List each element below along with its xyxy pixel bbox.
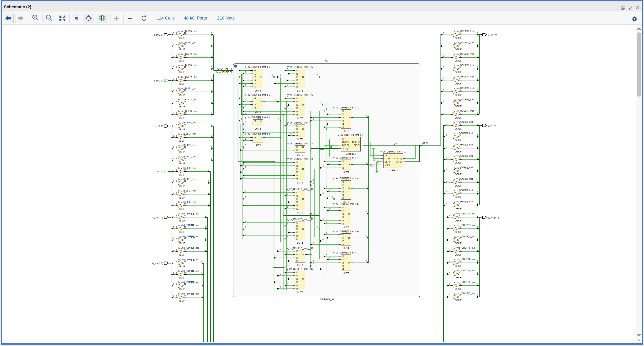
svg-text:I1: I1 [342,258,344,261]
svg-text:0: 0 [329,208,330,210]
svg-text:I5: I5 [296,113,298,116]
svg-text:2: 2 [173,192,174,194]
svg-text:S[3:0]: S[3:0] [342,147,348,150]
svg-text:1: 1 [446,134,447,136]
svg-text:I3: I3 [342,265,344,267]
svg-text:3: 3 [173,112,174,114]
svg-text:2: 2 [278,135,279,137]
svg-text:OBUF: OBUF [455,254,462,256]
svg-text:DI[3:0]: DI[3:0] [342,144,349,146]
svg-text:I3: I3 [342,119,344,122]
svg-text:multiplier_sv: multiplier_sv [320,298,334,301]
svg-text:3: 3 [280,74,281,76]
svg-text:b_v_IBUF[3]_inst: b_v_IBUF[3]_inst [178,201,196,203]
svg-text:CO[3:0]: CO[3:0] [352,141,360,143]
svg-text:I3: I3 [296,201,298,203]
svg-text:2: 2 [446,146,447,148]
svg-text:y_vhd_OBUF[5]_inst: y_vhd_OBUF[5]_inst [454,269,476,272]
svg-text:0: 0 [245,190,246,192]
svg-text:1: 1 [326,185,327,188]
svg-text:IBUF: IBUF [179,117,185,119]
svg-text:I: I [176,214,177,217]
svg-text:5: 5 [443,89,444,91]
svg-text:y_v[7:0]: y_v[7:0] [488,124,496,127]
svg-text:I1: I1 [342,184,344,186]
svg-text:a_vhd_IBUF[2]_inst: a_vhd_IBUF[2]_inst [178,235,199,238]
svg-text:1: 1 [287,123,288,125]
svg-text:6: 6 [446,191,447,193]
svg-text:0: 0 [280,286,281,288]
svg-text:I3: I3 [254,107,256,109]
svg-text:b_vhd[3:0]: b_vhd[3:0] [152,262,163,265]
svg-text:I4: I4 [342,194,344,196]
svg-text:2: 2 [287,252,288,254]
svg-text:CI: CI [384,154,387,157]
svg-text:2: 2 [241,135,242,137]
svg-text:y_vhd_OBUF[0]_inst: y_vhd_OBUF[0]_inst [454,212,476,215]
svg-text:3: 3 [205,249,206,251]
svg-text:OBUF: OBUF [455,71,462,74]
svg-text:I1: I1 [342,237,344,239]
svg-text:y_sv_OBUF[7]_inst_i_3: y_sv_OBUF[7]_inst_i_3 [333,156,359,159]
svg-text:y[7:0]: y[7:0] [422,142,428,144]
svg-text:O: O [302,104,304,106]
svg-text:I4: I4 [342,268,344,270]
svg-text:I: I [452,283,452,285]
svg-text:3: 3 [287,236,288,238]
svg-text:y_vhd_OBUF[1]_inst: y_vhd_OBUF[1]_inst [454,224,476,226]
svg-text:I0: I0 [296,97,298,100]
svg-text:IBUF: IBUF [179,128,185,131]
svg-text:3: 3 [173,249,174,251]
svg-text:IBUF: IBUF [179,105,185,108]
svg-text:I0: I0 [254,69,256,72]
svg-text:I: I [176,295,177,297]
svg-text:I: I [176,78,177,80]
svg-text:I1: I1 [342,163,344,166]
svg-text:3: 3 [208,203,209,205]
svg-text:I: I [176,260,177,263]
svg-text:y_v_OBUF[5]_inst: y_v_OBUF[5]_inst [454,178,473,180]
svg-text:0: 0 [245,126,246,129]
svg-text:y_vhd_OBUF[4]_inst: y_vhd_OBUF[4]_inst [454,258,476,260]
svg-text:I3: I3 [342,191,344,193]
svg-text:I2: I2 [342,240,344,242]
svg-text:2: 2 [245,173,246,175]
svg-text:2: 2 [208,192,209,194]
svg-text:y_sv_OBUF[4]_inst: y_sv_OBUF[4]_inst [454,75,474,78]
svg-text:0: 0 [366,260,367,262]
svg-text:CARRY4: CARRY4 [388,169,398,172]
svg-text:I0: I0 [342,233,344,236]
svg-text:LUT2: LUT2 [297,153,303,156]
svg-text:a_vhd[3:0]: a_vhd[3:0] [152,216,163,219]
svg-text:I1: I1 [296,253,298,256]
svg-text:I2: I2 [342,167,344,169]
svg-text:a_v[3:0]: a_v[3:0] [155,125,163,127]
svg-text:y_sv_OBUF[3]_inst_i_2: y_sv_OBUF[3]_inst_i_2 [245,66,270,68]
svg-text:O: O [348,116,350,119]
svg-text:I3: I3 [296,260,298,262]
svg-text:I3: I3 [342,243,344,246]
svg-text:1: 1 [173,43,174,46]
svg-text:1: 1 [477,226,478,228]
svg-text:3: 3 [272,74,273,76]
svg-text:I1: I1 [296,225,298,227]
svg-text:I2: I2 [342,116,344,119]
svg-text:I3: I3 [342,216,344,218]
svg-text:b_v_IBUF[0]_inst: b_v_IBUF[0]_inst [178,167,196,169]
svg-text:1: 1 [324,126,325,129]
svg-text:1: 1 [211,135,212,137]
svg-text:I4: I4 [254,82,256,85]
svg-text:I: I [176,157,177,160]
svg-text:y_vhd_OBUF[3]_inst: y_vhd_OBUF[3]_inst [454,247,476,249]
svg-text:2: 2 [245,226,246,229]
svg-text:0: 0 [322,238,324,241]
svg-text:I3: I3 [296,171,298,173]
svg-text:LUT6: LUT6 [297,291,303,294]
svg-text:4: 4 [446,168,447,171]
svg-text:3: 3 [477,66,478,68]
svg-text:I5: I5 [296,208,298,210]
svg-text:I4: I4 [296,235,298,237]
svg-text:I: I [176,123,177,126]
svg-text:5: 5 [477,89,478,91]
svg-text:I0: I0 [296,146,298,148]
